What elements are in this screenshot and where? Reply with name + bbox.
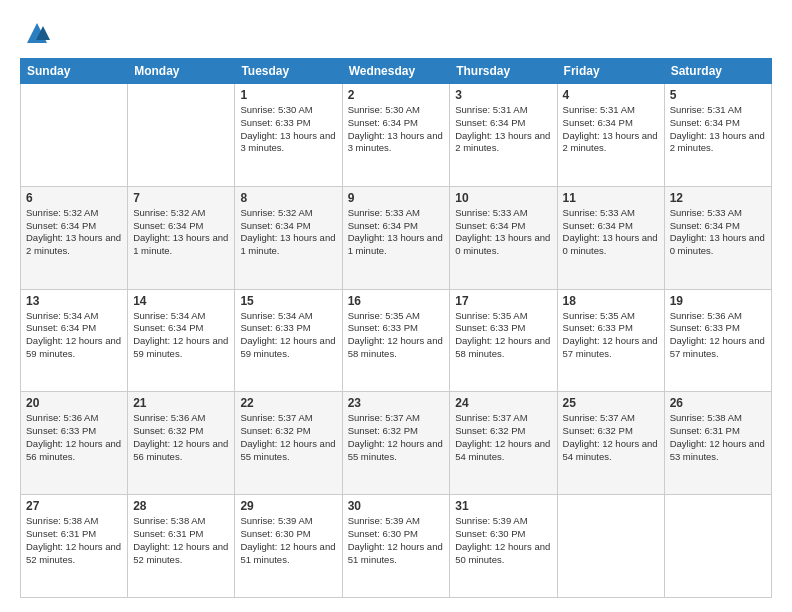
day-info: Sunrise: 5:39 AM Sunset: 6:30 PM Dayligh… xyxy=(348,515,445,566)
day-number: 29 xyxy=(240,499,336,513)
day-number: 8 xyxy=(240,191,336,205)
calendar-cell: 16Sunrise: 5:35 AM Sunset: 6:33 PM Dayli… xyxy=(342,289,450,392)
day-number: 9 xyxy=(348,191,445,205)
day-info: Sunrise: 5:35 AM Sunset: 6:33 PM Dayligh… xyxy=(455,310,551,361)
day-number: 11 xyxy=(563,191,659,205)
day-info: Sunrise: 5:36 AM Sunset: 6:33 PM Dayligh… xyxy=(670,310,766,361)
day-number: 20 xyxy=(26,396,122,410)
day-info: Sunrise: 5:39 AM Sunset: 6:30 PM Dayligh… xyxy=(455,515,551,566)
calendar-cell: 8Sunrise: 5:32 AM Sunset: 6:34 PM Daylig… xyxy=(235,186,342,289)
day-number: 23 xyxy=(348,396,445,410)
day-number: 12 xyxy=(670,191,766,205)
calendar-cell: 19Sunrise: 5:36 AM Sunset: 6:33 PM Dayli… xyxy=(664,289,771,392)
calendar-cell: 30Sunrise: 5:39 AM Sunset: 6:30 PM Dayli… xyxy=(342,495,450,598)
day-info: Sunrise: 5:35 AM Sunset: 6:33 PM Dayligh… xyxy=(348,310,445,361)
day-number: 25 xyxy=(563,396,659,410)
day-of-week-header: Friday xyxy=(557,59,664,84)
day-info: Sunrise: 5:36 AM Sunset: 6:33 PM Dayligh… xyxy=(26,412,122,463)
day-number: 21 xyxy=(133,396,229,410)
calendar-cell: 11Sunrise: 5:33 AM Sunset: 6:34 PM Dayli… xyxy=(557,186,664,289)
calendar-week: 27Sunrise: 5:38 AM Sunset: 6:31 PM Dayli… xyxy=(21,495,772,598)
calendar-cell: 31Sunrise: 5:39 AM Sunset: 6:30 PM Dayli… xyxy=(450,495,557,598)
calendar-week: 1Sunrise: 5:30 AM Sunset: 6:33 PM Daylig… xyxy=(21,84,772,187)
day-number: 22 xyxy=(240,396,336,410)
day-info: Sunrise: 5:30 AM Sunset: 6:34 PM Dayligh… xyxy=(348,104,445,155)
calendar-body: 1Sunrise: 5:30 AM Sunset: 6:33 PM Daylig… xyxy=(21,84,772,598)
day-info: Sunrise: 5:30 AM Sunset: 6:33 PM Dayligh… xyxy=(240,104,336,155)
day-info: Sunrise: 5:31 AM Sunset: 6:34 PM Dayligh… xyxy=(455,104,551,155)
day-number: 16 xyxy=(348,294,445,308)
day-info: Sunrise: 5:34 AM Sunset: 6:33 PM Dayligh… xyxy=(240,310,336,361)
day-number: 7 xyxy=(133,191,229,205)
day-number: 31 xyxy=(455,499,551,513)
day-of-week-header: Thursday xyxy=(450,59,557,84)
calendar-cell xyxy=(664,495,771,598)
day-info: Sunrise: 5:33 AM Sunset: 6:34 PM Dayligh… xyxy=(670,207,766,258)
calendar-cell: 7Sunrise: 5:32 AM Sunset: 6:34 PM Daylig… xyxy=(128,186,235,289)
day-of-week-header: Saturday xyxy=(664,59,771,84)
calendar-cell: 5Sunrise: 5:31 AM Sunset: 6:34 PM Daylig… xyxy=(664,84,771,187)
calendar-cell: 12Sunrise: 5:33 AM Sunset: 6:34 PM Dayli… xyxy=(664,186,771,289)
calendar-cell: 15Sunrise: 5:34 AM Sunset: 6:33 PM Dayli… xyxy=(235,289,342,392)
day-info: Sunrise: 5:35 AM Sunset: 6:33 PM Dayligh… xyxy=(563,310,659,361)
calendar-cell: 27Sunrise: 5:38 AM Sunset: 6:31 PM Dayli… xyxy=(21,495,128,598)
day-number: 15 xyxy=(240,294,336,308)
day-info: Sunrise: 5:38 AM Sunset: 6:31 PM Dayligh… xyxy=(26,515,122,566)
day-info: Sunrise: 5:36 AM Sunset: 6:32 PM Dayligh… xyxy=(133,412,229,463)
calendar-cell: 3Sunrise: 5:31 AM Sunset: 6:34 PM Daylig… xyxy=(450,84,557,187)
day-number: 30 xyxy=(348,499,445,513)
day-number: 18 xyxy=(563,294,659,308)
day-number: 6 xyxy=(26,191,122,205)
calendar-cell: 18Sunrise: 5:35 AM Sunset: 6:33 PM Dayli… xyxy=(557,289,664,392)
day-info: Sunrise: 5:37 AM Sunset: 6:32 PM Dayligh… xyxy=(348,412,445,463)
calendar-cell xyxy=(21,84,128,187)
calendar: SundayMondayTuesdayWednesdayThursdayFrid… xyxy=(20,58,772,598)
day-of-week-header: Monday xyxy=(128,59,235,84)
day-info: Sunrise: 5:37 AM Sunset: 6:32 PM Dayligh… xyxy=(240,412,336,463)
day-number: 5 xyxy=(670,88,766,102)
day-of-week-header: Tuesday xyxy=(235,59,342,84)
day-of-week-header: Wednesday xyxy=(342,59,450,84)
day-info: Sunrise: 5:33 AM Sunset: 6:34 PM Dayligh… xyxy=(348,207,445,258)
calendar-cell: 20Sunrise: 5:36 AM Sunset: 6:33 PM Dayli… xyxy=(21,392,128,495)
days-of-week-row: SundayMondayTuesdayWednesdayThursdayFrid… xyxy=(21,59,772,84)
calendar-cell: 21Sunrise: 5:36 AM Sunset: 6:32 PM Dayli… xyxy=(128,392,235,495)
day-info: Sunrise: 5:32 AM Sunset: 6:34 PM Dayligh… xyxy=(26,207,122,258)
day-number: 13 xyxy=(26,294,122,308)
day-number: 19 xyxy=(670,294,766,308)
page: SundayMondayTuesdayWednesdayThursdayFrid… xyxy=(0,0,792,612)
day-info: Sunrise: 5:31 AM Sunset: 6:34 PM Dayligh… xyxy=(563,104,659,155)
calendar-cell: 6Sunrise: 5:32 AM Sunset: 6:34 PM Daylig… xyxy=(21,186,128,289)
header xyxy=(20,18,772,48)
day-number: 4 xyxy=(563,88,659,102)
day-info: Sunrise: 5:37 AM Sunset: 6:32 PM Dayligh… xyxy=(563,412,659,463)
day-info: Sunrise: 5:34 AM Sunset: 6:34 PM Dayligh… xyxy=(133,310,229,361)
calendar-cell: 13Sunrise: 5:34 AM Sunset: 6:34 PM Dayli… xyxy=(21,289,128,392)
day-number: 26 xyxy=(670,396,766,410)
day-info: Sunrise: 5:33 AM Sunset: 6:34 PM Dayligh… xyxy=(563,207,659,258)
calendar-cell: 29Sunrise: 5:39 AM Sunset: 6:30 PM Dayli… xyxy=(235,495,342,598)
calendar-cell: 22Sunrise: 5:37 AM Sunset: 6:32 PM Dayli… xyxy=(235,392,342,495)
calendar-cell: 17Sunrise: 5:35 AM Sunset: 6:33 PM Dayli… xyxy=(450,289,557,392)
calendar-cell: 26Sunrise: 5:38 AM Sunset: 6:31 PM Dayli… xyxy=(664,392,771,495)
calendar-week: 6Sunrise: 5:32 AM Sunset: 6:34 PM Daylig… xyxy=(21,186,772,289)
day-info: Sunrise: 5:32 AM Sunset: 6:34 PM Dayligh… xyxy=(133,207,229,258)
calendar-cell: 14Sunrise: 5:34 AM Sunset: 6:34 PM Dayli… xyxy=(128,289,235,392)
day-info: Sunrise: 5:37 AM Sunset: 6:32 PM Dayligh… xyxy=(455,412,551,463)
calendar-cell: 23Sunrise: 5:37 AM Sunset: 6:32 PM Dayli… xyxy=(342,392,450,495)
calendar-cell: 28Sunrise: 5:38 AM Sunset: 6:31 PM Dayli… xyxy=(128,495,235,598)
day-number: 3 xyxy=(455,88,551,102)
calendar-cell xyxy=(557,495,664,598)
day-info: Sunrise: 5:38 AM Sunset: 6:31 PM Dayligh… xyxy=(670,412,766,463)
calendar-cell: 4Sunrise: 5:31 AM Sunset: 6:34 PM Daylig… xyxy=(557,84,664,187)
calendar-cell xyxy=(128,84,235,187)
day-info: Sunrise: 5:31 AM Sunset: 6:34 PM Dayligh… xyxy=(670,104,766,155)
day-of-week-header: Sunday xyxy=(21,59,128,84)
logo-icon xyxy=(22,18,52,48)
day-number: 27 xyxy=(26,499,122,513)
day-info: Sunrise: 5:33 AM Sunset: 6:34 PM Dayligh… xyxy=(455,207,551,258)
day-number: 1 xyxy=(240,88,336,102)
day-info: Sunrise: 5:39 AM Sunset: 6:30 PM Dayligh… xyxy=(240,515,336,566)
calendar-cell: 1Sunrise: 5:30 AM Sunset: 6:33 PM Daylig… xyxy=(235,84,342,187)
calendar-cell: 10Sunrise: 5:33 AM Sunset: 6:34 PM Dayli… xyxy=(450,186,557,289)
